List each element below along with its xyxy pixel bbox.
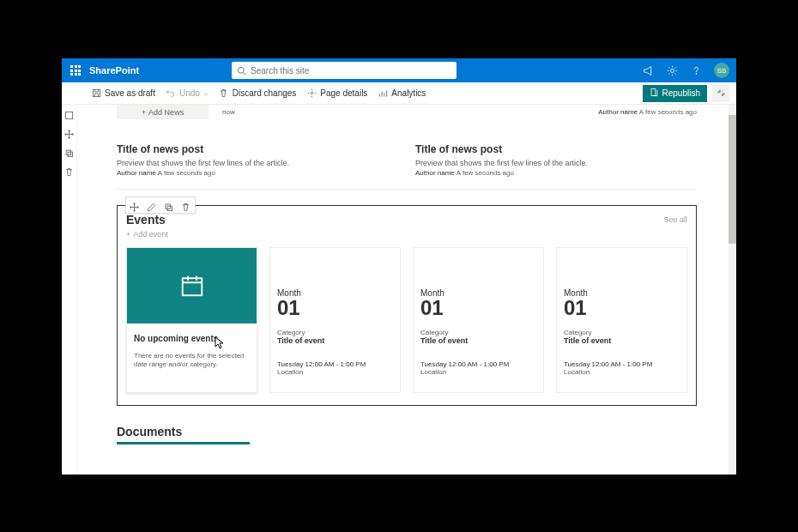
rail-delete-icon[interactable] bbox=[64, 165, 75, 175]
svg-rect-11 bbox=[167, 206, 172, 211]
news-author: Author nameA few seconds ago bbox=[415, 169, 697, 177]
event-card[interactable]: Month 01 Category Title of event Tuesday… bbox=[556, 247, 687, 393]
save-draft-label: Save as draft bbox=[105, 88, 155, 98]
event-category: Category bbox=[277, 329, 393, 336]
top-author-line: Author name A few seconds ago bbox=[598, 108, 697, 116]
gear-icon[interactable] bbox=[666, 63, 680, 77]
undo-label: Undo bbox=[179, 88, 200, 98]
plus-icon: + bbox=[142, 108, 146, 117]
analytics-button[interactable]: Analytics bbox=[378, 88, 426, 99]
app-name[interactable]: SharePoint bbox=[89, 65, 139, 76]
now-label: now bbox=[222, 108, 235, 116]
svg-rect-6 bbox=[651, 88, 656, 95]
event-time: Tuesday 12:00 AM - 1:00 PM bbox=[277, 360, 393, 368]
event-card[interactable]: Month 01 Category Title of event Tuesday… bbox=[269, 247, 401, 393]
app-window: SharePoint SS bbox=[62, 58, 736, 475]
page-details-icon bbox=[306, 88, 317, 99]
undo-button[interactable]: Undo ⌄ bbox=[166, 88, 209, 99]
megaphone-icon[interactable] bbox=[642, 63, 656, 77]
add-event-button[interactable]: + Add event bbox=[126, 230, 687, 239]
rail-duplicate-icon[interactable] bbox=[64, 146, 75, 156]
suite-bar: SharePoint SS bbox=[62, 58, 736, 82]
svg-rect-9 bbox=[68, 152, 73, 157]
news-card[interactable]: Title of news post Preview that shows th… bbox=[117, 143, 398, 177]
documents-title: Documents bbox=[117, 425, 697, 438]
add-news-label: Add News bbox=[148, 108, 184, 117]
svg-rect-4 bbox=[93, 89, 100, 96]
svg-rect-8 bbox=[66, 150, 71, 155]
svg-point-0 bbox=[238, 67, 244, 73]
divider bbox=[117, 189, 697, 190]
see-all-link[interactable]: See all bbox=[663, 215, 687, 224]
news-title: Title of news post bbox=[415, 143, 697, 155]
discard-icon bbox=[219, 88, 229, 99]
event-day: 01 bbox=[277, 298, 300, 318]
wp-duplicate-icon[interactable] bbox=[164, 200, 174, 210]
search-box[interactable] bbox=[232, 62, 456, 79]
svg-rect-10 bbox=[166, 204, 171, 209]
webpart-toolbar bbox=[125, 196, 196, 214]
scrollbar-thumb[interactable] bbox=[728, 115, 736, 244]
svg-rect-7 bbox=[65, 112, 72, 118]
add-event-label: Add event bbox=[133, 230, 168, 239]
event-time: Tuesday 12:00 AM - 1:00 PM bbox=[564, 360, 680, 368]
event-category: Category bbox=[564, 329, 680, 336]
event-title: Title of event bbox=[420, 336, 536, 345]
documents-underline bbox=[117, 442, 250, 444]
svg-line-1 bbox=[244, 72, 246, 75]
scrollbar-track[interactable] bbox=[728, 105, 736, 475]
command-bar: Save as draft Undo ⌄ Discard changes Pag… bbox=[62, 82, 736, 105]
placeholder-title: No upcoming events bbox=[134, 334, 250, 343]
analytics-label: Analytics bbox=[391, 88, 426, 98]
rail-section-icon[interactable] bbox=[64, 108, 75, 118]
placeholder-desc: There are no events for the selected dat… bbox=[134, 352, 250, 370]
news-card[interactable]: Title of news post Preview that shows th… bbox=[415, 143, 697, 177]
republish-icon bbox=[650, 88, 659, 99]
event-time: Tuesday 12:00 AM - 1:00 PM bbox=[420, 360, 536, 368]
svg-point-3 bbox=[697, 73, 698, 74]
event-location: Location bbox=[564, 368, 680, 376]
events-title: Events bbox=[126, 213, 166, 227]
event-location: Location bbox=[277, 368, 393, 376]
news-grid: Title of news post Preview that shows th… bbox=[117, 143, 697, 177]
wp-edit-icon[interactable] bbox=[147, 200, 157, 210]
event-category: Category bbox=[420, 329, 536, 336]
page-details-label: Page details bbox=[320, 88, 367, 98]
republish-label: Republish bbox=[662, 88, 700, 98]
events-webpart[interactable]: Events See all + Add event N bbox=[117, 205, 697, 406]
search-icon bbox=[237, 66, 246, 76]
news-preview: Preview that shows the first few lines o… bbox=[117, 159, 398, 167]
svg-point-2 bbox=[671, 69, 674, 72]
wp-delete-icon[interactable] bbox=[181, 200, 191, 210]
save-draft-button[interactable]: Save as draft bbox=[91, 88, 155, 99]
page-details-button[interactable]: Page details bbox=[306, 88, 367, 99]
event-day: 01 bbox=[420, 298, 444, 318]
discard-label: Discard changes bbox=[233, 88, 296, 98]
event-card[interactable]: Month 01 Category Title of event Tuesday… bbox=[413, 247, 544, 393]
plus-icon: + bbox=[126, 230, 130, 239]
event-location: Location bbox=[420, 368, 536, 376]
rail-move-icon[interactable] bbox=[64, 127, 75, 137]
add-news-button[interactable]: + Add News bbox=[117, 105, 209, 119]
app-launcher-icon[interactable] bbox=[65, 60, 86, 81]
svg-point-5 bbox=[311, 92, 313, 94]
avatar[interactable]: SS bbox=[714, 63, 729, 78]
news-title: Title of news post bbox=[117, 143, 398, 155]
event-title: Title of event bbox=[564, 336, 680, 345]
collapse-icon[interactable] bbox=[712, 85, 729, 102]
editor-body: + Add News now Author name A few seconds… bbox=[62, 105, 736, 475]
event-day: 01 bbox=[564, 298, 587, 318]
event-placeholder-card: No upcoming events There are no events f… bbox=[126, 247, 257, 393]
chevron-down-icon: ⌄ bbox=[203, 90, 209, 97]
wp-move-icon[interactable] bbox=[130, 200, 140, 210]
news-preview: Preview that shows the first few lines o… bbox=[415, 159, 697, 167]
search-input[interactable] bbox=[251, 66, 451, 76]
svg-rect-12 bbox=[182, 278, 202, 295]
help-icon[interactable] bbox=[690, 63, 704, 77]
canvas: + Add News now Author name A few seconds… bbox=[77, 105, 736, 475]
discard-button[interactable]: Discard changes bbox=[219, 88, 296, 99]
republish-button[interactable]: Republish bbox=[643, 85, 707, 102]
news-author: Author nameA few seconds ago bbox=[117, 169, 398, 177]
analytics-icon bbox=[378, 88, 388, 99]
event-title: Title of event bbox=[277, 336, 393, 345]
